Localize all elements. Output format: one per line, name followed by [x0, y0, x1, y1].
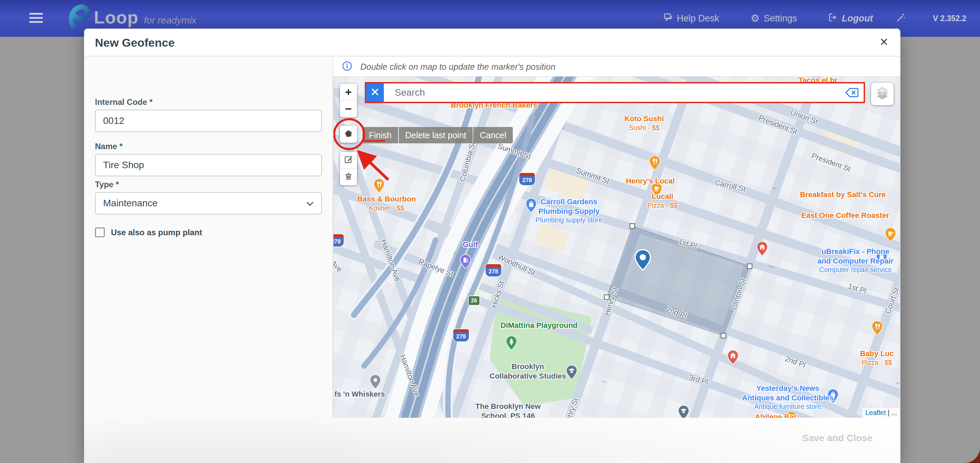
edit-layers-button[interactable]	[340, 152, 357, 169]
internal-code-label: Internal Code *	[95, 97, 153, 107]
poi-label: fs 'n Whiskers	[334, 390, 385, 399]
dialog-title: New Geofence	[95, 36, 175, 49]
layers-control[interactable]	[871, 83, 894, 105]
poi-label: BrooklynCollaborative Studies	[490, 362, 566, 381]
help-desk-icon	[663, 13, 673, 24]
brand-name: Loop	[94, 7, 138, 27]
new-geofence-dialog: New Geofence × Internal Code * Name * Ty…	[84, 29, 900, 463]
pump-plant-label: Use also as pump plant	[111, 228, 202, 237]
poi-label: Bass & BourbonKosher · $$	[357, 195, 416, 212]
poi-label: Henry's Local	[626, 176, 675, 186]
poi-label: LucaliPizza · $$	[648, 192, 678, 210]
brand-suffix: for readymix	[144, 15, 196, 26]
poi-label: Gulf	[463, 240, 478, 249]
poi-label: Koto SushiSushi · $$	[624, 114, 664, 132]
attribution-rest: | ...	[886, 409, 897, 417]
interstate-278-shield: 278	[453, 329, 469, 342]
pentagon-icon	[344, 129, 353, 139]
leaflet-link[interactable]: Leaflet	[865, 409, 886, 417]
poi-label: Carroll GardensPlumbing SupplyPlumbing s…	[536, 197, 603, 224]
app-logo: Loop for readymix	[68, 4, 196, 30]
edit-icon	[344, 155, 353, 166]
internal-code-field[interactable]	[95, 110, 322, 132]
geofence-form: Internal Code * Name * Type * Maintenanc…	[84, 57, 333, 418]
type-select-value: Maintenance	[103, 198, 158, 209]
delete-last-point-button[interactable]: Delete last point	[399, 127, 473, 143]
search-input[interactable]	[384, 87, 845, 98]
search-close-button[interactable]	[366, 83, 384, 102]
map-panel: Double click on map to update the marker…	[333, 57, 900, 418]
poi-label: Breakfast by Salt's Cure	[800, 190, 886, 200]
draw-toolbar: FinishDelete last pointCancel	[363, 127, 513, 143]
poi-label: uBreakiFix - Phoneand Computer RepairCom…	[817, 247, 894, 274]
route-26-shield: 26	[468, 295, 480, 306]
pump-plant-checkbox-row[interactable]: Use also as pump plant	[95, 227, 202, 237]
edit-delete-control	[340, 152, 357, 185]
interstate-278-shield: 278	[485, 264, 501, 276]
restaurant-pin-icon	[373, 178, 385, 195]
poi-label: Yesterday's NewsAntiques and Collectible…	[742, 384, 834, 411]
grad-pin-icon	[566, 365, 578, 381]
type-select[interactable]: Maintenance	[95, 192, 322, 214]
help-desk-button[interactable]: Help Desk	[648, 13, 735, 24]
name-label: Name *	[95, 142, 123, 151]
chevron-down-icon	[306, 198, 314, 209]
draw-polygon-button[interactable]	[340, 126, 357, 143]
gear-icon: ⚙	[751, 13, 760, 24]
map-search-bar	[365, 82, 865, 103]
interstate-278-shield: 278	[519, 173, 535, 185]
settings-label: Settings	[764, 13, 797, 24]
magic-wand-icon	[896, 12, 906, 25]
version-label: V 2.352.2	[913, 14, 966, 23]
gas-pin-icon	[460, 254, 472, 271]
poi-label: East One Coffee Roaster	[801, 211, 889, 220]
save-and-close-button[interactable]: Save and Close	[802, 433, 872, 444]
layers-icon	[875, 86, 889, 102]
info-text: Double click on map to update the marker…	[360, 62, 555, 72]
name-field[interactable]	[95, 154, 322, 176]
menu-icon[interactable]	[29, 13, 43, 24]
interstate-278-shield: 278	[333, 234, 344, 246]
pump-plant-checkbox[interactable]	[95, 227, 105, 237]
location-marker[interactable]	[634, 249, 652, 272]
restaurant-pin-icon	[871, 320, 883, 337]
close-x-icon	[371, 88, 379, 98]
info-icon	[342, 61, 352, 72]
dialog-footer: Save and Close	[84, 418, 900, 463]
magic-wand-button[interactable]	[889, 12, 913, 25]
zoom-in-button[interactable]: +	[340, 84, 357, 101]
coffee-pin-icon	[885, 227, 897, 244]
dot-pin-icon	[369, 374, 382, 391]
cancel-draw-button[interactable]: Cancel	[473, 127, 513, 143]
map-canvas[interactable]: + −	[333, 76, 900, 418]
poi-label: Abilene Bar	[755, 412, 797, 418]
zoom-control: + −	[340, 84, 357, 117]
vertex-handle	[721, 333, 726, 338]
poi-label: The Brooklyn NewSchool, PS 146	[476, 402, 541, 418]
delete-layers-button[interactable]	[340, 169, 357, 185]
map-attribution: Leaflet | ...	[862, 408, 900, 418]
vertex-handle	[630, 224, 635, 228]
clear-search-icon[interactable]	[845, 88, 859, 98]
settings-button[interactable]: ⚙ Settings	[735, 13, 813, 24]
logout-label: Logout	[842, 13, 873, 24]
house-pin-icon	[756, 241, 768, 258]
trash-icon	[344, 172, 353, 182]
logout-button[interactable]: Logout	[813, 13, 888, 24]
tree-pin-icon	[505, 335, 517, 352]
dialog-header: New Geofence ×	[84, 29, 900, 56]
info-banner: Double click on map to update the marker…	[333, 57, 900, 76]
close-icon[interactable]: ×	[880, 35, 888, 49]
type-label: Type *	[95, 180, 119, 189]
loop-logo-icon	[68, 4, 89, 30]
poi-label: Baby LucPizza · $$	[860, 349, 894, 367]
restaurant-pin-icon	[649, 155, 661, 172]
zoom-out-button[interactable]: −	[340, 101, 357, 117]
grad-pin-icon	[678, 405, 690, 418]
vertex-handle	[747, 264, 752, 268]
finish-button[interactable]: Finish	[363, 127, 398, 143]
poi-label: DiMattina Playground	[501, 321, 578, 330]
house-pin-icon	[727, 350, 739, 366]
logout-icon	[828, 13, 838, 24]
help-desk-label: Help Desk	[677, 13, 719, 24]
